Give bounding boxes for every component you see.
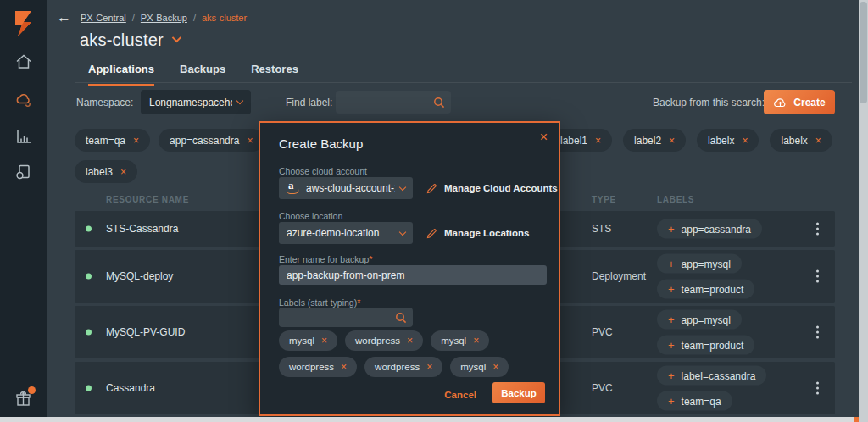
chip-label: label2 — [634, 135, 661, 147]
remove-chip-icon[interactable]: × — [247, 136, 253, 146]
modal-label-chip-wordpress: wordpress× — [364, 357, 442, 377]
sidebar-item-home[interactable] — [14, 53, 33, 71]
create-backup-button[interactable]: Create — [764, 90, 835, 114]
add-label-icon: + — [668, 284, 675, 295]
label-chip-team=product[interactable]: +team=product — [657, 280, 754, 299]
vertical-scrollbar[interactable] — [859, 0, 868, 422]
modal-label-chip-wordpress: wordpress× — [279, 357, 357, 377]
cloud-account-label: Choose cloud account — [279, 166, 367, 176]
manage-locations-link[interactable]: Manage Locations — [426, 222, 529, 244]
cloud-account-value: aws-cloud-account-1 — [306, 182, 395, 194]
modal-title: Create Backup — [279, 136, 363, 151]
horizontal-scrollbar[interactable] — [0, 417, 868, 422]
search-chips-left: team=qa×app=cassandra×label3× — [75, 129, 271, 183]
remove-chip-icon[interactable]: × — [321, 336, 327, 346]
remove-chip-icon[interactable]: × — [426, 362, 432, 372]
label-chip-team=qa[interactable]: +team=qa — [657, 391, 732, 411]
close-icon[interactable]: × — [540, 130, 548, 144]
manage-cloud-accounts-link[interactable]: Manage Cloud Accounts — [426, 177, 558, 199]
create-backup-modal: Create Backup × Choose cloud account a a… — [259, 121, 560, 416]
column-header-resource-name: RESOURCE NAME — [106, 195, 189, 204]
chip-label: team=qa — [86, 135, 125, 147]
search-icon — [395, 312, 407, 324]
chip-label: label1 — [560, 135, 587, 147]
label-chip-text: team=product — [682, 339, 744, 351]
location-select[interactable]: azure-demo-location — [279, 222, 413, 244]
add-label-icon: + — [668, 314, 675, 325]
cloud-account-select[interactable]: a aws-cloud-account-1 — [279, 177, 413, 199]
chevron-down-icon — [399, 228, 406, 235]
remove-chip-icon[interactable]: × — [341, 362, 347, 372]
sidebar-item-metrics[interactable] — [14, 127, 33, 146]
label-chip-app=mysql[interactable]: +app=mysql — [657, 254, 742, 274]
breadcrumb-item-px-backup[interactable]: PX-Backup — [141, 13, 187, 23]
tab-applications[interactable]: Applications — [88, 63, 154, 86]
backup-button[interactable]: Backup — [492, 382, 545, 403]
cancel-button[interactable]: Cancel — [444, 390, 476, 400]
remove-chip-icon[interactable]: × — [120, 167, 126, 177]
search-chip-labelx: labelx× — [770, 129, 832, 152]
label-chip-text: team=product — [682, 283, 744, 295]
label-chip-label=cassandra[interactable]: +label=cassandra — [657, 366, 766, 386]
status-dot — [86, 386, 92, 391]
resource-labels: +label=cassandra+team=qa — [657, 366, 766, 411]
remove-chip-icon[interactable]: × — [595, 136, 601, 146]
label-chip-text: app=mysql — [682, 314, 731, 325]
sidebar-item-whats-new-gift[interactable] — [14, 390, 33, 408]
remove-chip-icon[interactable]: × — [669, 136, 675, 146]
sidebar-item-backup-cloud[interactable] — [14, 90, 33, 108]
resource-type: PVC — [592, 326, 613, 338]
add-label-icon: + — [668, 396, 675, 407]
find-label-search-box — [336, 91, 451, 114]
required-marker: * — [369, 254, 372, 264]
modal-label-chip-mysql: mysql× — [279, 330, 337, 351]
resource-type: STS — [592, 223, 611, 235]
resource-name: STS-Cassandra — [106, 223, 178, 235]
add-label-icon: + — [668, 340, 675, 351]
add-label-icon: + — [668, 370, 675, 381]
label-chip-app=cassandra[interactable]: +app=cassandra — [657, 219, 762, 239]
remove-chip-icon[interactable]: × — [492, 362, 498, 372]
namespace-select[interactable]: Longnamespacehe... — [141, 90, 251, 114]
remove-chip-icon[interactable]: × — [133, 136, 139, 146]
chip-label: wordpress — [355, 336, 400, 346]
breadcrumb-item-px-central[interactable]: PX-Central — [81, 13, 126, 23]
label-chip-team=product[interactable]: +team=product — [657, 336, 754, 355]
sidebar-item-catalog[interactable] — [14, 163, 33, 181]
row-menu-icon[interactable] — [814, 380, 821, 397]
row-menu-icon[interactable] — [814, 268, 821, 286]
namespace-value: Longnamespacehe... — [149, 97, 232, 108]
row-menu-icon[interactable] — [814, 220, 821, 238]
location-value: azure-demo-location — [287, 227, 395, 239]
chip-label: mysql — [289, 336, 314, 346]
row-menu-icon[interactable] — [814, 324, 821, 341]
search-chip-team=qa: team=qa× — [75, 129, 150, 152]
remove-chip-icon[interactable]: × — [473, 336, 479, 346]
remove-chip-icon[interactable]: × — [742, 136, 748, 146]
portworx-logo-icon[interactable] — [11, 8, 36, 39]
vertical-scrollbar-thumb[interactable] — [860, 2, 867, 103]
resource-name: MySQL-PV-GUID — [106, 326, 185, 338]
modal-labels-label: Labels (start typing)* — [279, 297, 360, 308]
labels-search-input[interactable] — [279, 308, 413, 327]
cloud-upload-icon — [773, 97, 787, 108]
chip-label: app=cassandra — [170, 135, 239, 147]
manage-cloud-accounts-label: Manage Cloud Accounts — [444, 183, 558, 193]
label-chip-app=mysql[interactable]: +app=mysql — [657, 310, 742, 330]
location-label: Choose location — [279, 211, 342, 221]
modal-label-chip-wordpress: wordpress× — [345, 330, 423, 351]
back-arrow-icon[interactable]: ← — [57, 9, 71, 26]
status-dot — [86, 330, 92, 336]
tab-backups[interactable]: Backups — [180, 63, 225, 86]
tab-restores[interactable]: Restores — [251, 63, 298, 86]
page-title-row: aks-cluster — [80, 31, 179, 50]
remove-chip-icon[interactable]: × — [815, 136, 821, 146]
remove-chip-icon[interactable]: × — [407, 336, 413, 346]
required-marker: * — [357, 297, 360, 308]
resource-labels: +app=cassandra — [657, 219, 762, 239]
label-chip-text: label=cassandra — [682, 369, 756, 381]
cluster-chevron-down-icon[interactable] — [172, 33, 181, 42]
backup-name-input[interactable] — [279, 265, 547, 285]
manage-locations-label: Manage Locations — [444, 228, 529, 238]
chevron-down-icon — [236, 97, 243, 104]
